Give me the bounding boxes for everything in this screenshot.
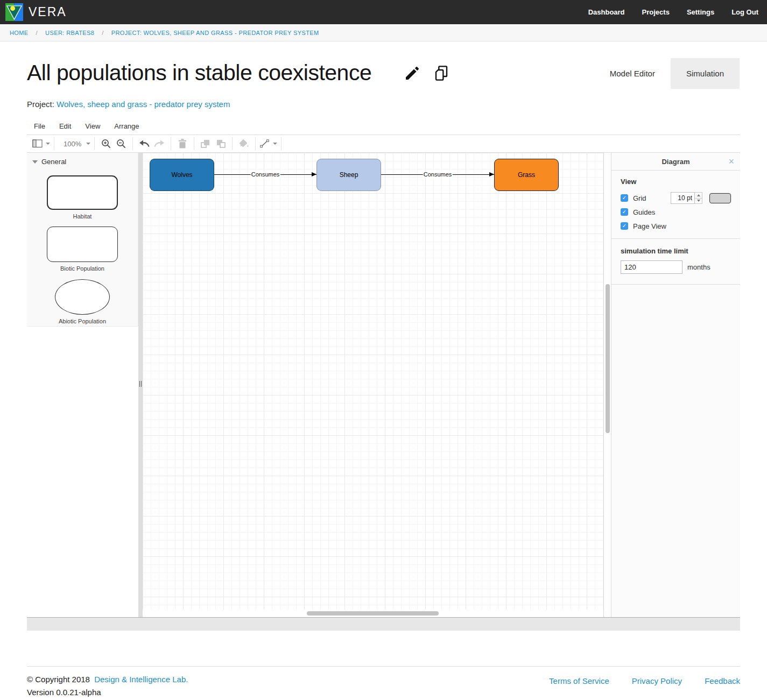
zoom-level-dropdown[interactable]: 100%	[58, 137, 90, 151]
breadcrumb-separator: /	[102, 30, 103, 36]
project-link[interactable]: Wolves, sheep and grass - predator prey …	[57, 100, 230, 109]
paint-bucket-icon	[238, 138, 250, 149]
zoom-in-icon	[101, 138, 111, 149]
project-label: Project:	[27, 100, 54, 109]
brand-name: VERA	[29, 5, 67, 19]
close-icon[interactable]: ×	[728, 153, 734, 171]
simulation-time-unit: months	[687, 263, 710, 271]
breadcrumb-home[interactable]: HOME	[10, 30, 29, 36]
breadcrumb-project[interactable]: PROJECT: WOLVES, SHEEP AND GRASS - PREDA…	[111, 30, 319, 36]
node-grass[interactable]: Grass	[494, 159, 559, 191]
edge-sheep-consumes-grass[interactable]: Consumes	[381, 174, 494, 175]
nav-logout[interactable]: Log Out	[731, 8, 758, 16]
terms-of-service-link[interactable]: Terms of Service	[549, 676, 609, 685]
zoom-out-button[interactable]	[114, 137, 129, 151]
grid-size-controls	[671, 192, 731, 204]
page-header: All populations in stable coexistence	[27, 60, 450, 86]
layout-panels-icon	[32, 139, 43, 148]
stepper-down-button[interactable]	[695, 199, 702, 204]
grid-checkbox[interactable]: ✓	[621, 194, 628, 202]
tab-simulation[interactable]: Simulation	[671, 58, 740, 89]
menu-file[interactable]: File	[34, 122, 45, 130]
format-panel-title: Diagram	[662, 158, 689, 166]
menu-edit[interactable]: Edit	[59, 122, 71, 130]
delete-button[interactable]	[175, 137, 190, 151]
fill-color-button[interactable]	[236, 137, 251, 151]
zoom-level-value: 100%	[58, 140, 83, 148]
edit-title-pencil-icon[interactable]	[404, 65, 421, 82]
palette-section-label: General	[41, 158, 66, 166]
palette-shape-abiotic-population[interactable]: Abiotic Population	[27, 272, 138, 324]
chevron-down-icon	[86, 143, 90, 145]
guides-label: Guides	[633, 208, 655, 216]
page-view-option-row: ✓ Page View	[621, 219, 731, 233]
vertical-scrollbar[interactable]	[603, 153, 611, 617]
guides-checkbox[interactable]: ✓	[621, 208, 628, 216]
stepper-up-button[interactable]	[695, 192, 702, 199]
nav-settings[interactable]: Settings	[687, 8, 714, 16]
simulation-time-section: simulation time limit months	[611, 239, 740, 285]
project-line: Project: Wolves, sheep and grass - preda…	[27, 100, 230, 109]
nav-projects[interactable]: Projects	[642, 8, 670, 16]
diagram-canvas[interactable]: Consumes Consumes Wolves Sheep Grass	[143, 153, 603, 610]
undo-icon	[138, 139, 150, 148]
palette-collapse-bar[interactable]	[138, 153, 143, 617]
line-connector-icon	[259, 139, 270, 149]
node-wolves[interactable]: Wolves	[150, 159, 214, 191]
privacy-policy-link[interactable]: Privacy Policy	[632, 676, 682, 685]
copyright-text: © Copyright 2018	[27, 675, 90, 684]
edge-wolves-consumes-sheep[interactable]: Consumes	[214, 174, 316, 175]
menu-view[interactable]: View	[85, 122, 100, 130]
breadcrumb-user[interactable]: USER: RBATES8	[45, 30, 94, 36]
habitat-shape-preview	[47, 175, 118, 210]
node-sheep[interactable]: Sheep	[316, 159, 381, 191]
toolbar-separator	[171, 137, 171, 150]
zoom-in-button[interactable]	[98, 137, 114, 151]
toolbar-separator	[94, 137, 95, 150]
tab-model-editor[interactable]: Model Editor	[594, 58, 671, 89]
triangle-down-icon	[697, 200, 700, 202]
arrowhead-icon	[489, 172, 494, 176]
to-back-button[interactable]	[213, 137, 228, 151]
footer-copyright: © Copyright 2018 Design & Intelligence L…	[27, 675, 188, 697]
edge-label[interactable]: Consumes	[423, 171, 453, 178]
bring-to-front-icon	[200, 138, 212, 149]
editor-bottom-strip	[27, 617, 740, 631]
undo-button[interactable]	[137, 137, 152, 151]
brand[interactable]: VERA	[5, 3, 67, 21]
model-editor: File Edit View Arrange 100%	[27, 117, 740, 631]
shape-label: Abiotic Population	[59, 318, 106, 324]
grid-color-swatch[interactable]	[709, 193, 731, 203]
menu-arrange[interactable]: Arrange	[114, 122, 139, 130]
breadcrumb-separator: /	[36, 30, 38, 36]
page-view-checkbox[interactable]: ✓	[621, 222, 628, 230]
page-view-layout-button[interactable]	[32, 137, 50, 151]
vertical-scrollbar-thumb[interactable]	[606, 284, 610, 433]
node-label: Grass	[518, 171, 535, 179]
canvas-column: Consumes Consumes Wolves Sheep Grass	[143, 153, 603, 617]
horizontal-scrollbar[interactable]	[143, 610, 603, 617]
top-nav-items: Dashboard Projects Settings Log Out	[588, 8, 758, 16]
to-front-button[interactable]	[198, 137, 213, 151]
nav-dashboard[interactable]: Dashboard	[588, 8, 625, 16]
breadcrumb: HOME / USER: RBATES8 / PROJECT: WOLVES, …	[0, 24, 767, 41]
mode-tabs: Model Editor Simulation	[594, 58, 740, 89]
lab-link[interactable]: Design & Intelligence Lab.	[94, 675, 188, 684]
copy-model-icon[interactable]	[433, 65, 450, 82]
palette-shape-habitat[interactable]: Habitat	[27, 169, 138, 220]
edge-label[interactable]: Consumes	[251, 171, 280, 178]
redo-button[interactable]	[152, 137, 167, 151]
shape-palette: General Habitat Biotic Population Abioti…	[27, 153, 138, 617]
connector-style-button[interactable]	[259, 137, 277, 151]
page-view-label: Page View	[633, 222, 666, 230]
palette-shape-biotic-population[interactable]: Biotic Population	[27, 220, 138, 272]
feedback-link[interactable]: Feedback	[705, 676, 740, 685]
simulation-time-input[interactable]	[621, 260, 682, 274]
grid-size-input[interactable]	[671, 192, 695, 204]
horizontal-scrollbar-thumb[interactable]	[307, 611, 439, 616]
node-label: Sheep	[340, 171, 358, 179]
toolbar-separator	[132, 137, 133, 150]
palette-section-header[interactable]: General	[27, 153, 138, 169]
toolbar-separator	[255, 137, 256, 150]
version-text: Version 0.0.21-alpha	[27, 688, 188, 697]
